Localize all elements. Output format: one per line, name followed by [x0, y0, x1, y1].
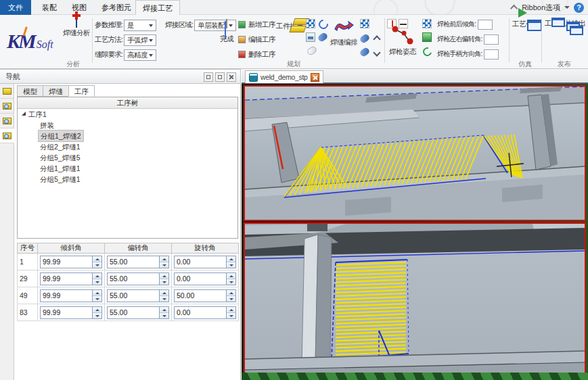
cube-globe-icon — [3, 118, 12, 124]
col-header-rotate: 旋转角 — [172, 243, 239, 254]
tilt-value: 99.99 — [41, 275, 92, 283]
rotate-value: 0.00 — [175, 308, 226, 316]
weld-analysis-icon — [76, 18, 77, 28]
navigator-close-button[interactable] — [227, 72, 236, 82]
file-menu-button[interactable]: 文件 — [0, 0, 31, 15]
document-close-button[interactable] — [311, 73, 319, 82]
tilt-input[interactable]: 99.99 — [40, 272, 102, 285]
process-method-dropdown[interactable]: 手弧焊 — [124, 34, 156, 46]
ribbon-options-caret-icon[interactable] — [564, 6, 570, 9]
move-down-icon[interactable] — [372, 49, 382, 58]
group-label-publish: 发布 — [558, 60, 571, 69]
tilt-input[interactable]: 99.99 — [40, 306, 102, 319]
spring-icon[interactable] — [422, 46, 432, 55]
deflect-input[interactable]: 55.00 — [107, 272, 169, 285]
capsule-blue-icon[interactable] — [317, 32, 328, 43]
collapse-ribbon-icon[interactable] — [510, 5, 518, 12]
spinner[interactable] — [159, 307, 168, 318]
deflect-input[interactable]: 55.00 — [107, 256, 169, 268]
edit-process-button[interactable]: 编辑工序 — [238, 34, 275, 45]
weld-analysis-button[interactable]: 焊缝分析 — [62, 19, 91, 38]
capsule3-icon[interactable] — [359, 47, 370, 57]
spinner[interactable] — [159, 273, 168, 285]
pattern-toggle3-icon[interactable] — [422, 19, 432, 28]
gun-pose-button[interactable]: 焊枪姿态 — [387, 24, 418, 57]
spinner[interactable] — [92, 273, 101, 285]
spinner[interactable] — [92, 307, 101, 318]
green-dot-icon[interactable] — [422, 32, 432, 42]
tree-node[interactable]: 分组5_焊缝1 — [18, 174, 238, 185]
param-inference-dropdown[interactable]: 是 — [124, 20, 156, 31]
ribbon-options-button[interactable]: Ribbon选项 — [522, 3, 560, 13]
spinner[interactable] — [226, 307, 235, 318]
viewport-top-canvas — [245, 87, 585, 220]
viewport-bottom[interactable] — [244, 222, 586, 376]
tree-node-root[interactable]: 工序1 — [18, 109, 238, 120]
gun-pitch-angle-input[interactable] — [478, 20, 493, 30]
ribbon-separator — [384, 18, 385, 63]
tree-node[interactable]: 拼装 — [18, 120, 238, 130]
gun-handle-angle-input[interactable] — [484, 49, 499, 60]
capsule-light-icon[interactable] — [306, 45, 317, 56]
spinner[interactable] — [226, 290, 235, 302]
rotate-input[interactable]: 50.00 — [174, 289, 236, 302]
deflect-input[interactable]: 55.00 — [107, 289, 169, 302]
tab-welding-process[interactable]: 焊接工艺 — [135, 0, 180, 15]
rail-button-model[interactable] — [0, 84, 14, 99]
tab-view[interactable]: 视图 — [65, 0, 93, 15]
process-simulation-button[interactable]: 工艺仿真 — [512, 18, 540, 29]
document-tab[interactable]: weld_demo_stp — [245, 70, 323, 83]
tree-node[interactable]: 分组5_焊缝5 — [18, 152, 238, 163]
weld-region-label: 焊接区域: — [165, 20, 193, 30]
weld-analysis-label: 焊缝分析 — [62, 28, 91, 38]
workpiece-expand-button[interactable]: 工件扩展 — [274, 18, 305, 31]
navigator-pin-button[interactable] — [204, 72, 213, 82]
tree-node-selected[interactable]: 分组1_焊缝2 — [18, 130, 238, 141]
tilt-input[interactable]: 99.99 — [40, 289, 102, 302]
nav-tab-process[interactable]: 工序 — [68, 85, 95, 97]
spinner[interactable] — [92, 290, 101, 302]
seam-arrange-arrow-icon — [333, 19, 355, 35]
gap-requirement-dropdown[interactable]: 高精度 — [124, 49, 156, 61]
table-row: 29 99.99 55.00 0.00 — [18, 270, 239, 287]
print-icon[interactable] — [306, 32, 315, 42]
delete-process-button[interactable]: 删除工序 — [238, 49, 275, 60]
rotate-input[interactable]: 0.00 — [174, 272, 236, 285]
process-card-output-button[interactable]: 工艺卡片输出 — [543, 18, 587, 28]
rotate-input[interactable]: 0.00 — [174, 256, 236, 268]
nav-tab-weld[interactable]: 焊缝 — [43, 85, 69, 97]
spinner[interactable] — [226, 256, 235, 268]
finish-button[interactable]: 完成 — [215, 20, 238, 44]
pattern-toggle2-icon[interactable] — [360, 19, 369, 28]
rail-button-weld2[interactable] — [0, 114, 14, 128]
rail-button-weld1[interactable] — [0, 99, 14, 114]
new-process-button[interactable]: 新增工序 — [238, 19, 275, 30]
tilt-value: 99.99 — [41, 258, 92, 266]
navigator-float-button[interactable] — [215, 72, 225, 82]
help-button[interactable]: ? — [574, 3, 584, 13]
tab-reference-elements[interactable]: 参考图元 — [95, 0, 138, 15]
tilt-input[interactable]: 99.99 — [40, 256, 102, 268]
rotate-input[interactable]: 0.00 — [174, 306, 236, 319]
deflect-input[interactable]: 55.00 — [107, 306, 169, 319]
capsule2-icon[interactable] — [359, 33, 370, 44]
process-tree: 工序树 工序1 拼装 分组1_焊缝2 分组2_焊缝1 分组5_焊缝5 分组1_焊… — [17, 97, 238, 239]
gun-yaw-angle-input[interactable] — [484, 34, 499, 45]
spinner[interactable] — [159, 290, 168, 302]
spinner[interactable] — [92, 256, 101, 268]
gap-requirement-value: 高精度 — [127, 51, 148, 59]
move-up-icon[interactable] — [372, 34, 382, 43]
tab-assembly[interactable]: 装配 — [35, 0, 64, 15]
tree-node[interactable]: 分组2_焊缝1 — [18, 141, 238, 152]
seam-arrange-button[interactable]: 焊缝编排 — [329, 19, 359, 47]
nav-tab-model[interactable]: 模型 — [17, 85, 43, 97]
viewport-top[interactable] — [244, 85, 586, 221]
tree-node[interactable]: 分组1_焊缝1 — [18, 163, 238, 174]
spinner[interactable] — [159, 256, 168, 268]
tree-expander-icon[interactable] — [22, 112, 26, 116]
rail-button-process[interactable] — [0, 128, 14, 143]
rotate-icon[interactable] — [318, 19, 327, 28]
table-row: 1 99.99 55.00 0.00 — [18, 254, 239, 270]
pattern-toggle-icon[interactable] — [306, 19, 315, 28]
spinner[interactable] — [226, 273, 235, 285]
